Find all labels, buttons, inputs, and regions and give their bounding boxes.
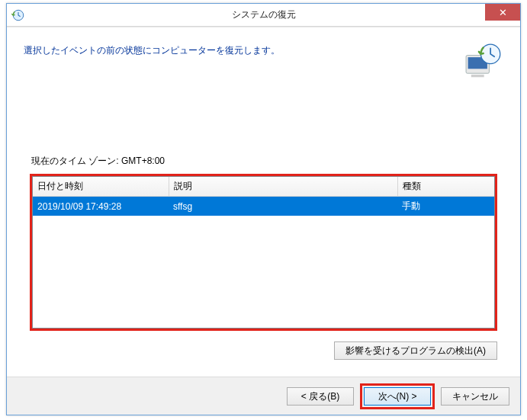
table-header-row: 日付と時刻 説明 種類 [33,177,494,197]
cell-type: 手動 [397,197,494,216]
next-button[interactable]: 次へ(N) > [364,387,431,406]
back-button[interactable]: < 戻る(B) [287,387,354,406]
content-area: 選択したイベントの前の状態にコンピューターを復元します。 現在のタイム ゾーン:… [7,27,520,375]
system-restore-icon [11,8,25,22]
col-header-type[interactable]: 種類 [397,177,494,197]
page-heading: 選択したイベントの前の状態にコンピューターを復元します。 [24,41,453,57]
dialog-footer: < 戻る(B) 次へ(N) > キャンセル [7,377,520,415]
next-button-highlight: 次へ(N) > [360,383,435,409]
cell-description: sffsg [169,197,397,216]
close-button[interactable]: ✕ [485,4,520,21]
scan-button-row: 影響を受けるプログラムの検出(A) [7,341,497,360]
restore-points-table[interactable]: 日付と時刻 説明 種類 2019/10/09 17:49:28 sffsg 手動 [33,177,494,216]
col-header-description[interactable]: 説明 [169,177,397,197]
svg-rect-3 [471,75,484,77]
restore-points-highlight: 日付と時刻 説明 種類 2019/10/09 17:49:28 sffsg 手動 [30,174,497,331]
timezone-label: 現在のタイム ゾーン: GMT+8:00 [31,155,496,168]
col-header-datetime[interactable]: 日付と時刻 [33,177,169,197]
table-row[interactable]: 2019/10/09 17:49:28 sffsg 手動 [33,197,494,216]
scan-affected-programs-button[interactable]: 影響を受けるプログラムの検出(A) [334,341,497,360]
cell-datetime: 2019/10/09 17:49:28 [33,197,169,216]
title-bar: システムの復元 ✕ [7,4,520,27]
close-icon: ✕ [499,8,507,18]
header-row: 選択したイベントの前の状態にコンピューターを復元します。 [7,27,520,90]
restore-points-table-container: 日付と時刻 説明 種類 2019/10/09 17:49:28 sffsg 手動 [32,176,495,329]
restore-large-icon [462,41,503,82]
cancel-button[interactable]: キャンセル [441,387,509,406]
dialog-window: システムの復元 ✕ 選択したイベントの前の状態にコンピューターを復元します。 現… [6,3,521,415]
window-title: システムの復元 [7,8,520,21]
